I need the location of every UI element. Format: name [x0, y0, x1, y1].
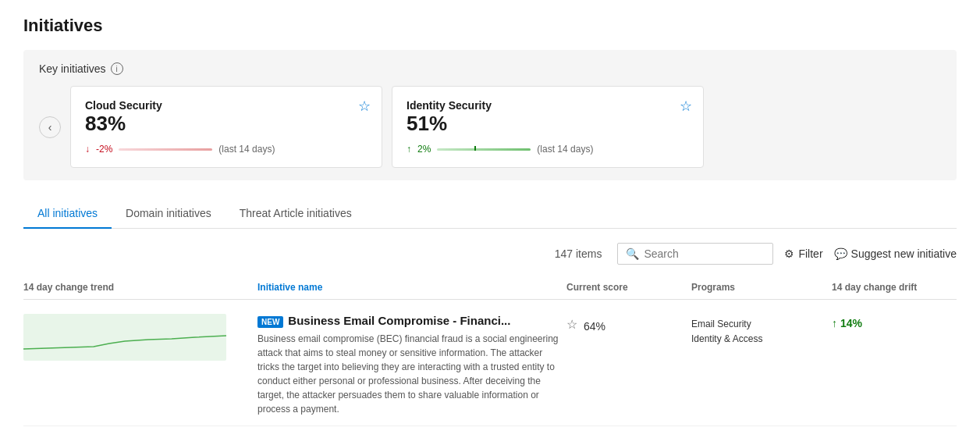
program-1: Identity & Access: [691, 332, 832, 347]
program-0: Email Security: [691, 317, 832, 332]
tab-domain-initiatives[interactable]: Domain initiatives: [112, 199, 225, 229]
toolbar-row: 147 items 🔍 ⚙ Filter 💬 Suggest new initi…: [23, 243, 957, 265]
trend-bar-1: [437, 146, 531, 152]
card-trend-0: ↓ -2% (last 14 days): [85, 144, 368, 155]
trend-arrow-1: ↑: [407, 144, 411, 155]
drift-cell: ↑ 14%: [832, 314, 957, 329]
initiative-card-1: Identity Security ☆ 51% ↑ 2% (last 14 da…: [392, 86, 704, 168]
col-header-score: Current score: [566, 282, 691, 293]
trend-value-1: 2%: [417, 144, 431, 155]
tabs-row: All initiatives Domain initiatives Threa…: [23, 199, 957, 229]
filter-button[interactable]: ⚙ Filter: [784, 247, 822, 260]
trend-label-0: (last 14 days): [218, 144, 275, 155]
page-title: Initiatives: [23, 16, 957, 36]
search-input[interactable]: [644, 247, 765, 260]
filter-icon: ⚙: [784, 247, 794, 260]
col-header-drift: 14 day change drift: [832, 282, 957, 293]
trend-chart-cell: [23, 314, 257, 363]
col-header-name: Initiative name: [257, 282, 566, 293]
card-title-1: Identity Security: [407, 99, 492, 112]
star-button-1[interactable]: ☆: [680, 98, 692, 115]
search-box[interactable]: 🔍: [617, 243, 773, 265]
trend-value-0: -2%: [96, 144, 112, 155]
mini-chart: [23, 314, 226, 361]
table-header: 14 day change trend Initiative name Curr…: [23, 276, 957, 300]
table-row: NEWBusiness Email Compromise - Financi..…: [23, 304, 957, 426]
col-header-trend: 14 day change trend: [23, 282, 257, 293]
card-title-0: Cloud Security: [85, 99, 162, 112]
initiative-card-0: Cloud Security ☆ 83% ↓ -2% (last 14 days…: [70, 86, 382, 168]
items-count: 147 items: [555, 247, 602, 260]
info-icon[interactable]: i: [111, 62, 123, 75]
cards-row: ‹ Cloud Security ☆ 83% ↓ -2% (last 14 da…: [39, 86, 941, 168]
star-button-0[interactable]: ☆: [358, 98, 371, 115]
key-initiatives-section: Key initiatives i ‹ Cloud Security ☆ 83%…: [23, 50, 957, 180]
initiative-name-content: NEWBusiness Email Compromise - Financi..…: [257, 314, 566, 416]
trend-bar-fill-1: [437, 148, 531, 151]
key-initiatives-label: Key initiatives: [39, 62, 106, 75]
search-icon: 🔍: [626, 247, 639, 260]
score-star-cell: ☆ 64%: [566, 314, 691, 333]
section-header: Key initiatives i: [39, 62, 941, 75]
trend-label-1: (last 14 days): [537, 144, 593, 155]
tab-threat-article-initiatives[interactable]: Threat Article initiatives: [225, 199, 366, 229]
suggest-icon: 💬: [834, 247, 847, 260]
page-container: Initiatives Key initiatives i ‹ Cloud Se…: [0, 0, 980, 442]
card-score-1: 51%: [407, 112, 689, 136]
programs-cell: Email Security Identity & Access: [691, 314, 832, 347]
card-score-0: 83%: [85, 112, 368, 136]
tab-all-initiatives[interactable]: All initiatives: [23, 199, 112, 229]
initiative-title: NEWBusiness Email Compromise - Financi..…: [257, 314, 566, 327]
filter-label: Filter: [798, 247, 822, 260]
initiative-name-wrapper: NEWBusiness Email Compromise - Financi..…: [257, 314, 566, 416]
prev-arrow-button[interactable]: ‹: [39, 116, 61, 138]
suggest-label: Suggest new initiative: [851, 247, 957, 260]
score-value: 64%: [584, 317, 605, 333]
trend-bar-0: [119, 146, 212, 152]
suggest-button[interactable]: 💬 Suggest new initiative: [834, 247, 957, 260]
initiative-name-cell: NEWBusiness Email Compromise - Financi..…: [257, 314, 566, 416]
trend-arrow-0: ↓: [85, 144, 90, 155]
initiative-desc: Business email compromise (BEC) financia…: [257, 332, 566, 416]
card-trend-1: ↑ 2% (last 14 days): [407, 144, 689, 155]
col-header-programs: Programs: [691, 282, 832, 293]
trend-bar-fill-0: [119, 148, 212, 151]
row-star-button[interactable]: ☆: [566, 317, 577, 332]
new-badge: NEW: [257, 316, 283, 328]
